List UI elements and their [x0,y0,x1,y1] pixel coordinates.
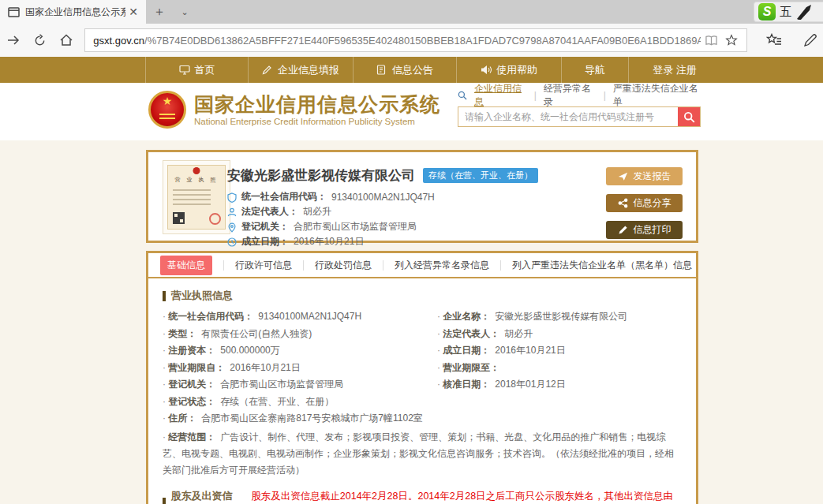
business-license-thumbnail[interactable]: 营 业 执 照 [163,160,230,234]
search-tab-credit-info[interactable]: 企业信用信息 [474,82,527,109]
search-tab-abnormal-list[interactable]: 经营异常名录 [544,82,597,109]
pen-icon [262,65,273,75]
search-icon [458,91,467,100]
browser-tab[interactable]: 国家企业信用信息公示系统 ✕ [0,0,146,24]
tab-preview-chevron-icon[interactable]: ⌄ [173,0,196,24]
sogou-logo-icon[interactable]: S [758,3,776,21]
license-field: 核准日期：2018年01月12日 [437,376,682,394]
license-field: 统一社会信用代码：91340100MA2N1JQ47H [163,308,437,326]
browser-window: 国家企业信用信息公示系统 ✕ ＋ ⌄ S 五 gsxt.gov.cn/%7B74… [0,0,823,504]
license-field: 成立日期：2016年10月21日 [437,342,682,360]
annotate-pen-icon[interactable] [798,28,823,52]
license-field: 类型：有限责任公司(自然人独资) [163,326,437,343]
favorites-hub-icon[interactable] [761,28,787,52]
license-caption: 营 业 执 照 [168,176,225,184]
shareholders-section: 股东及出资信息 股东及出资信息截止2014年2月28日。2014年2月28日之后… [148,489,696,504]
site-header: ★ 国家企业信用信息公示系统 National Enterprise Credi… [0,83,823,140]
browser-tabbar: 国家企业信用信息公示系统 ✕ ＋ ⌄ S 五 [0,0,823,24]
page-content: 营 业 执 照 安徽光影盛世影视传媒有限公司 存续（在营、开业、在册） 统一社会… [0,140,823,504]
company-detail-card: 基础信息 行政许可信息 行政处罚信息 列入经营异常名录信息 列入严重违法失信企业… [146,251,698,504]
url-path: /%7B74E0DBD613862A5BFFF271E440F596535E40… [144,35,701,47]
nav-item-login-register[interactable]: 登录 注册 [628,57,721,83]
badge-icon [227,192,237,202]
tab-admin-license[interactable]: 行政许可信息 [235,259,292,272]
license-grid: 统一社会信用代码：91340100MA2N1JQ47H 企业名称：安徽光影盛世影… [163,308,682,394]
license-info-section: 营业执照信息 统一社会信用代码：91340100MA2N1JQ47H 企业名称：… [148,289,696,479]
tab-title: 国家企业信用信息公示系统 [25,6,125,19]
favorite-star-icon[interactable] [721,31,742,50]
company-actions: 发送报告 信息分享 信息打印 [606,167,683,239]
person-icon [227,207,237,217]
nav-item-label: 导航 [585,63,605,77]
address-bar[interactable]: gsxt.gov.cn/%7B74E0DBD613862A5BFFF271E44… [84,28,747,52]
search-button[interactable] [678,107,700,126]
nav-item-label: 使用帮助 [496,63,537,77]
license-seal-icon [209,213,221,225]
home-button[interactable] [54,26,80,54]
field-legal-rep: 法定代表人： 胡必升 [227,204,435,219]
tab-admin-penalty[interactable]: 行政处罚信息 [315,259,372,272]
forward-button[interactable] [0,26,27,54]
ime-brush-icon[interactable] [795,4,813,20]
bulletin-icon [376,65,387,75]
license-field-status: 登记状态：存续（在营、开业、在册） [163,394,682,411]
new-tab-button[interactable]: ＋ [146,0,173,24]
license-field-address: 住所：合肥市蜀山区金寨南路817号安粮城市广场7幢1102室 [163,410,682,427]
search-box: 企业信用信息 | 经营异常名录 | 严重违法失信企业名单 [458,88,701,127]
field-establish-date: 成立日期： 2016年10月21日 [227,234,435,249]
send-report-button[interactable]: 发送报告 [606,167,683,185]
nav-item-label: 企业信息填报 [278,63,339,77]
status-badge: 存续（在营、开业、在册） [423,168,538,183]
nav-item-label: 登录 注册 [653,63,697,77]
nav-item-announcements[interactable]: 信息公告 [353,57,456,83]
license-field: 注册资本：500.000000万 [163,342,437,360]
shareholders-section-title: 股东及出资信息 股东及出资信息截止2014年2月28日。2014年2月28日之后… [163,489,682,504]
speaker-icon [481,65,492,75]
url-domain: gsxt.gov.cn [93,35,144,47]
tab-close-icon[interactable]: ✕ [125,6,141,18]
nav-item-label: 信息公告 [392,63,433,77]
search-tabs: 企业信用信息 | 经营异常名录 | 严重违法失信企业名单 [458,88,701,103]
company-fields: 统一社会信用代码： 91340100MA2N1JQ47H 法定代表人： 胡必升 … [227,189,435,249]
nav-item-help[interactable]: 使用帮助 [456,57,561,83]
paper-plane-icon [618,171,628,181]
company-summary-card: 营 业 执 照 安徽光影盛世影视传媒有限公司 存续（在营、开业、在册） 统一社会… [146,150,698,243]
field-registration-authority: 登记机关： 合肥市蜀山区市场监督管理局 [227,219,435,234]
shareholders-note: 股东及出资信息截止2014年2月28日。2014年2月28日之后工商只公示股东姓… [251,490,682,504]
company-name: 安徽光影盛世影视传媒有限公司 [227,166,415,185]
license-emblem-icon [193,167,200,174]
nav-item-report[interactable]: 企业信息填报 [248,57,353,83]
license-field-business-scope: 经营范围：广告设计、制作、代理、发布；影视项目投资、管理、策划；书籍、光盘、文化… [163,429,682,479]
field-credit-code: 统一社会信用代码： 91340100MA2N1JQ47H [227,189,435,204]
page-icon [8,7,20,17]
license-section-title: 营业执照信息 [163,289,682,303]
location-pin-icon [227,222,237,232]
nav-item-home[interactable]: 首页 [145,57,248,83]
nav-item-label: 首页 [195,63,215,77]
national-emblem-icon: ★ [148,91,186,129]
detail-tabs: 基础信息 行政许可信息 行政处罚信息 列入经营异常名录信息 列入严重违法失信企业… [148,253,696,278]
reading-view-icon[interactable] [701,31,721,50]
search-field [458,106,701,127]
license-qr-code [173,212,185,224]
search-input[interactable] [458,107,678,126]
ime-wubi-mode[interactable]: 五 [780,5,791,20]
site-subtitle: National Enterprise Credit Information P… [194,117,440,126]
refresh-button[interactable] [27,26,54,54]
site-nav: 首页 企业信息填报 信息公告 使用帮助 导航 登录 注册 [0,57,823,83]
search-tab-blacklist[interactable]: 严重违法失信企业名单 [613,82,701,109]
print-info-button[interactable]: 信息打印 [606,221,683,239]
tab-abnormal-list[interactable]: 列入经营异常名录信息 [395,259,489,272]
share-info-button[interactable]: 信息分享 [606,194,683,212]
clock-icon [227,237,237,247]
site-logo: ★ 国家企业信用信息公示系统 National Enterprise Credi… [148,91,440,129]
tab-blacklist[interactable]: 列入严重违法失信企业名单（黑名单）信息 [512,259,692,272]
browser-toolbar: gsxt.gov.cn/%7B74E0DBD613862A5BFFF271E44… [0,24,823,57]
monitor-icon [179,65,190,75]
nav-spacer [0,57,145,83]
license-field: 登记机关：合肥市蜀山区市场监督管理局 [163,376,437,394]
nav-item-directory[interactable]: 导航 [561,57,628,83]
tab-basic-info[interactable]: 基础信息 [160,256,212,275]
license-field: 营业期限至： [437,360,682,377]
site-title: 国家企业信用信息公示系统 [194,93,440,115]
